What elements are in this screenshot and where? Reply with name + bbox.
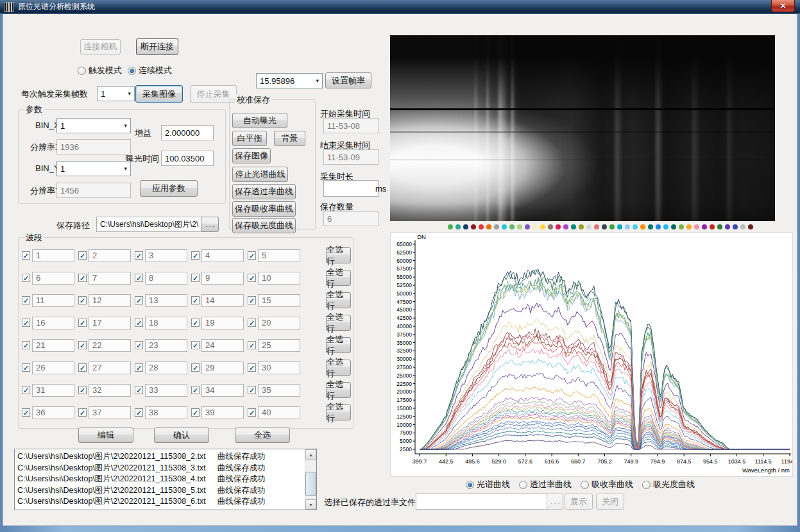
continuous-mode-radio[interactable]: 连续模式 (128, 65, 172, 76)
confirm-button[interactable]: 确认 (154, 428, 209, 443)
band-number-input[interactable]: 6 (32, 272, 74, 285)
band-checkbox-checked[interactable]: ✓ (78, 274, 87, 282)
band-checkbox-checked[interactable]: ✓ (248, 274, 256, 282)
band-number-input[interactable]: 1 (32, 249, 74, 262)
disconnect-button[interactable]: 断开连接 (136, 38, 178, 55)
band-checkbox-checked[interactable]: ✓ (248, 408, 256, 417)
band-number-input[interactable]: 18 (145, 317, 187, 329)
trigger-mode-radio[interactable]: 触发模式 (78, 65, 122, 76)
curve-type-radio[interactable]: 吸收率曲线 (581, 479, 633, 490)
band-number-input[interactable]: 13 (145, 294, 187, 307)
band-checkbox-checked[interactable]: ✓ (78, 408, 87, 417)
select-row-button[interactable]: 全选行 (326, 404, 351, 420)
edit-button[interactable]: 编辑 (78, 428, 133, 443)
band-number-input[interactable]: 5 (258, 249, 300, 262)
log-scrollbar[interactable]: ▲ ▼ (305, 449, 316, 510)
gain-input[interactable]: 2.000000 (161, 125, 214, 140)
select-row-button[interactable]: 全选行 (326, 247, 351, 263)
band-checkbox-checked[interactable]: ✓ (248, 363, 256, 372)
band-checkbox-checked[interactable]: ✓ (191, 296, 200, 304)
frames-per-trigger-combo[interactable]: 1▾ (97, 86, 135, 101)
band-checkbox-checked[interactable]: ✓ (22, 386, 30, 394)
band-checkbox-checked[interactable]: ✓ (248, 341, 256, 349)
band-number-input[interactable]: 24 (201, 339, 244, 352)
apply-params-button[interactable]: 应用参数 (140, 180, 198, 197)
band-number-input[interactable]: 37 (89, 406, 131, 419)
set-framerate-button[interactable]: 设置帧率 (325, 72, 371, 88)
band-checkbox-checked[interactable]: ✓ (135, 408, 143, 417)
band-number-input[interactable]: 22 (89, 339, 131, 352)
band-number-input[interactable]: 26 (32, 362, 74, 374)
save-absorbance-curve-button[interactable]: 保存吸光度曲线 (232, 218, 296, 233)
band-number-input[interactable]: 28 (145, 362, 187, 374)
band-number-input[interactable]: 8 (145, 272, 187, 285)
band-number-input[interactable]: 15 (258, 294, 300, 307)
select-row-button[interactable]: 全选行 (326, 360, 351, 376)
band-checkbox-checked[interactable]: ✓ (78, 296, 87, 304)
band-number-input[interactable]: 27 (89, 362, 131, 374)
band-number-input[interactable]: 30 (258, 362, 300, 374)
band-checkbox-checked[interactable]: ✓ (191, 341, 200, 349)
band-checkbox-checked[interactable]: ✓ (135, 341, 143, 349)
bin-y-combo[interactable]: 1▾ (56, 161, 131, 176)
band-checkbox-checked[interactable]: ✓ (191, 251, 200, 260)
bin-x-combo[interactable]: 1▾ (56, 118, 131, 133)
band-number-input[interactable]: 2 (89, 249, 131, 262)
band-number-input[interactable]: 4 (201, 249, 244, 262)
band-number-input[interactable]: 23 (145, 339, 187, 352)
band-number-input[interactable]: 10 (258, 272, 300, 285)
save-transmittance-curve-button[interactable]: 保存透过率曲线 (232, 184, 296, 199)
curve-type-radio[interactable]: 光谱曲线 (466, 479, 510, 490)
capture-image-button[interactable]: 采集图像 (135, 85, 183, 103)
band-number-input[interactable]: 14 (201, 294, 244, 307)
band-checkbox-checked[interactable]: ✓ (191, 386, 200, 394)
band-checkbox-checked[interactable]: ✓ (135, 251, 143, 260)
close-button[interactable]: ✕ (771, 0, 795, 12)
band-checkbox-checked[interactable]: ✓ (22, 363, 30, 372)
titlebar[interactable]: 原位光谱分析检测系统 ✕ (0, 0, 800, 13)
band-number-input[interactable]: 11 (32, 294, 74, 307)
band-number-input[interactable]: 21 (32, 339, 74, 352)
select-row-button[interactable]: 全选行 (326, 292, 351, 308)
band-number-input[interactable]: 16 (32, 317, 74, 329)
band-number-input[interactable]: 3 (145, 249, 187, 262)
select-row-button[interactable]: 全选行 (326, 270, 351, 286)
stop-spectrum-curve-button[interactable]: 停止光谱曲线 (232, 167, 288, 182)
band-number-input[interactable]: 31 (32, 384, 74, 397)
select-all-button[interactable]: 全选 (235, 428, 290, 443)
duration-input[interactable] (323, 180, 379, 197)
band-number-input[interactable]: 20 (258, 317, 300, 329)
band-number-input[interactable]: 9 (201, 272, 244, 285)
band-checkbox-checked[interactable]: ✓ (22, 341, 30, 349)
band-checkbox-checked[interactable]: ✓ (248, 319, 256, 327)
band-checkbox-checked[interactable]: ✓ (191, 274, 200, 282)
band-checkbox-checked[interactable]: ✓ (135, 386, 143, 394)
save-path-input[interactable]: C:\Users\hsi\Desktop\图片\2\ (96, 217, 205, 232)
curve-type-radio[interactable]: 透过率曲线 (519, 479, 572, 490)
band-number-input[interactable]: 29 (201, 362, 244, 374)
band-checkbox-checked[interactable]: ✓ (22, 408, 30, 417)
band-checkbox-checked[interactable]: ✓ (22, 296, 30, 304)
band-checkbox-checked[interactable]: ✓ (78, 341, 87, 349)
select-row-button[interactable]: 全选行 (326, 315, 351, 331)
curve-type-radio[interactable]: 吸光度曲线 (642, 479, 695, 490)
band-checkbox-checked[interactable]: ✓ (22, 251, 30, 260)
band-number-input[interactable]: 35 (258, 384, 300, 397)
band-number-input[interactable]: 19 (201, 317, 244, 329)
band-checkbox-checked[interactable]: ✓ (248, 251, 256, 260)
band-checkbox-checked[interactable]: ✓ (22, 319, 30, 327)
band-number-input[interactable]: 12 (89, 294, 131, 307)
band-checkbox-checked[interactable]: ✓ (78, 251, 87, 260)
band-number-input[interactable]: 33 (145, 384, 187, 397)
band-number-input[interactable]: 25 (258, 339, 300, 352)
band-checkbox-checked[interactable]: ✓ (248, 386, 256, 394)
band-checkbox-checked[interactable]: ✓ (248, 296, 256, 304)
band-checkbox-checked[interactable]: ✓ (135, 363, 143, 372)
select-row-button[interactable]: 全选行 (326, 382, 351, 398)
band-number-input[interactable]: 17 (89, 317, 131, 329)
band-checkbox-checked[interactable]: ✓ (191, 363, 200, 372)
band-checkbox-checked[interactable]: ✓ (78, 386, 87, 394)
band-checkbox-checked[interactable]: ✓ (191, 319, 200, 327)
white-balance-button[interactable]: 白平衡 (232, 131, 267, 146)
exposure-input[interactable]: 100.03500 (161, 151, 214, 166)
